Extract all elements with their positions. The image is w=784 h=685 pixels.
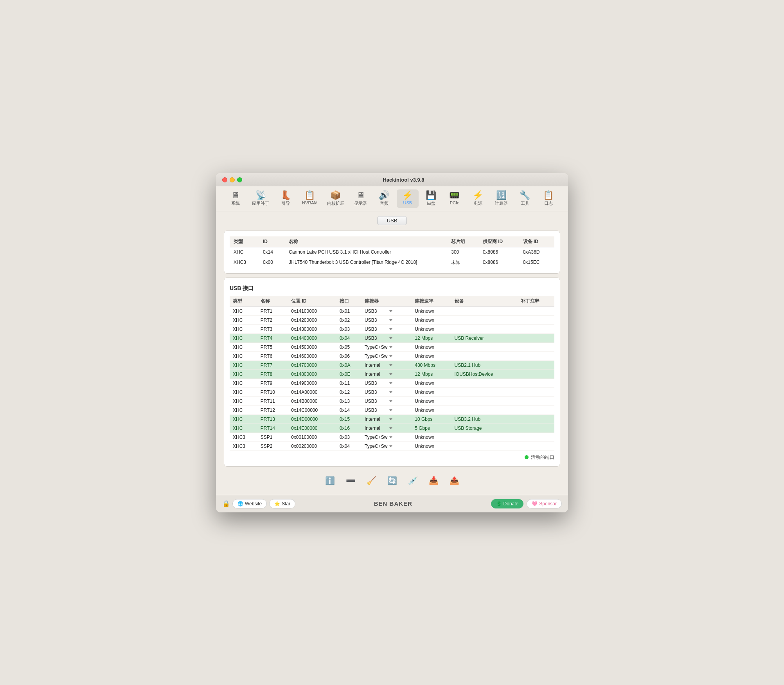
port-row[interactable]: XHC PRT11 0x14B00000 0x13 USB3 TypeC+Sw … xyxy=(230,397,554,406)
fullscreen-button[interactable] xyxy=(237,177,242,182)
donate-icon: 💲 xyxy=(496,501,502,507)
port-device: IOUSBHostDevice xyxy=(451,370,518,379)
toolbar-item-tools[interactable]: 🔧 工具 xyxy=(514,189,536,208)
port-row[interactable]: XHC PRT2 0x14200000 0x02 USB3 TypeC+Sw I… xyxy=(230,315,554,324)
connector-select[interactable]: USB3 TypeC+Sw Internal USB2 xyxy=(365,308,392,314)
port-type: XHC xyxy=(230,361,257,370)
ports-panel: USB 接口 类型 名称 位置 ID 接口 连接器 连接速率 设备 补丁注释 xyxy=(224,278,560,467)
toolbar-item-boot[interactable]: 👢 引导 xyxy=(275,189,297,208)
port-row[interactable]: XHC PRT13 0x14D00000 0x15 USB3 TypeC+Sw … xyxy=(230,415,554,424)
port-row[interactable]: XHC PRT5 0x14500000 0x05 USB3 TypeC+Sw I… xyxy=(230,342,554,352)
port-connector: USB3 TypeC+Sw Internal USB2 xyxy=(361,388,412,397)
port-location: 0x00100000 xyxy=(288,433,336,442)
pcie-icon: 📟 xyxy=(449,191,460,200)
port-connector: USB3 TypeC+Sw Internal USB2 xyxy=(361,342,412,352)
connector-select[interactable]: USB3 TypeC+Sw Internal USB2 xyxy=(365,344,392,350)
port-location: 0x14600000 xyxy=(288,352,336,361)
connector-select[interactable]: USB3 TypeC+Sw Internal USB2 xyxy=(365,416,392,422)
connector-select[interactable]: USB3 TypeC+Sw Internal USB2 xyxy=(365,443,392,449)
port-port: 0x04 xyxy=(336,442,361,451)
port-row[interactable]: XHC PRT7 0x14700000 0x0A USB3 TypeC+Sw I… xyxy=(230,361,554,370)
ports-table: 类型 名称 位置 ID 接口 连接器 连接速率 设备 补丁注释 XHC PRT1… xyxy=(230,296,554,451)
port-row[interactable]: XHC PRT1 0x14100000 0x01 USB3 TypeC+Sw I… xyxy=(230,306,554,315)
connector-select[interactable]: USB3 TypeC+Sw Internal USB2 xyxy=(365,371,392,377)
connector-select[interactable]: USB3 TypeC+Sw Internal USB2 xyxy=(365,389,392,395)
export-button[interactable]: 📤 xyxy=(448,474,461,487)
toolbar-item-pcie[interactable]: 📟 PCIe xyxy=(444,189,466,208)
toolbar-item-log[interactable]: 📋 日志 xyxy=(538,189,559,208)
minimize-button[interactable] xyxy=(230,177,235,182)
sponsor-button[interactable]: 🩷 Sponsor xyxy=(527,499,562,508)
port-speed: 12 Mbps xyxy=(412,333,451,342)
controller-row[interactable]: XHC 0x14 Cannon Lake PCH USB 3.1 xHCI Ho… xyxy=(230,247,554,257)
inject-button[interactable]: 💉 xyxy=(406,474,419,487)
ctrl-name: JHL7540 Thunderbolt 3 USB Controller [Ti… xyxy=(285,257,447,268)
port-location: 0x14300000 xyxy=(288,324,336,333)
connector-select[interactable]: USB3 TypeC+Sw Internal USB2 xyxy=(365,335,392,341)
connector-select[interactable]: USB3 TypeC+Sw Internal USB2 xyxy=(365,380,392,386)
tools-label: 工具 xyxy=(521,200,529,206)
port-row[interactable]: XHC PRT3 0x14300000 0x03 USB3 TypeC+Sw I… xyxy=(230,324,554,333)
import-button[interactable]: 📥 xyxy=(427,474,440,487)
nvram-icon: 📋 xyxy=(304,191,315,200)
info-button[interactable]: ℹ️ xyxy=(324,474,336,487)
port-name: PRT3 xyxy=(257,324,288,333)
port-row[interactable]: XHC3 SSP1 0x00100000 0x03 USB3 TypeC+Sw … xyxy=(230,433,554,442)
toolbar-item-nvram[interactable]: 📋 NVRAM xyxy=(298,189,322,208)
port-connector: USB3 TypeC+Sw Internal USB2 xyxy=(361,397,412,406)
toolbar-item-power[interactable]: ⚡ 电源 xyxy=(467,189,489,208)
port-note xyxy=(518,442,554,451)
controller-row[interactable]: XHC3 0x00 JHL7540 Thunderbolt 3 USB Cont… xyxy=(230,257,554,268)
port-row[interactable]: XHC PRT4 0x14400000 0x04 USB3 TypeC+Sw I… xyxy=(230,333,554,342)
boot-label: 引导 xyxy=(281,200,290,206)
toolbar-item-calc[interactable]: 🔢 计算器 xyxy=(491,189,512,208)
port-type: XHC xyxy=(230,424,257,433)
usb-icon: ⚡ xyxy=(402,191,413,200)
port-row[interactable]: XHC3 SSP2 0x00200000 0x04 USB3 TypeC+Sw … xyxy=(230,442,554,451)
ph-speed: 连接速率 xyxy=(412,296,451,307)
port-row[interactable]: XHC PRT14 0x14E00000 0x16 USB3 TypeC+Sw … xyxy=(230,424,554,433)
remove-button[interactable]: ➖ xyxy=(344,474,357,487)
port-port: 0x12 xyxy=(336,388,361,397)
patch-label: 应用补丁 xyxy=(252,200,269,206)
connector-select[interactable]: USB3 TypeC+Sw Internal USB2 xyxy=(365,326,392,332)
usb-tab-button[interactable]: USB xyxy=(377,216,407,225)
port-speed: Unknown xyxy=(412,388,451,397)
connector-select[interactable]: USB3 TypeC+Sw Internal USB2 xyxy=(365,353,392,359)
port-row[interactable]: XHC PRT9 0x14900000 0x11 USB3 TypeC+Sw I… xyxy=(230,379,554,388)
content-area: USB 类型 ID 名称 芯片组 供应商 ID 设备 ID XHC 0x14 xyxy=(216,211,568,495)
port-note xyxy=(518,315,554,324)
port-row[interactable]: XHC PRT10 0x14A00000 0x12 USB3 TypeC+Sw … xyxy=(230,388,554,397)
connector-select[interactable]: USB3 TypeC+Sw Internal USB2 xyxy=(365,407,392,413)
port-row[interactable]: XHC PRT8 0x14800000 0x0E USB3 TypeC+Sw I… xyxy=(230,370,554,379)
port-location: 0x14100000 xyxy=(288,306,336,315)
port-device xyxy=(451,352,518,361)
port-name: PRT4 xyxy=(257,333,288,342)
toolbar-item-patch[interactable]: 📡 应用补丁 xyxy=(248,189,273,208)
connector-select[interactable]: USB3 TypeC+Sw Internal USB2 xyxy=(365,434,392,440)
close-button[interactable] xyxy=(222,177,227,182)
port-note xyxy=(518,352,554,361)
toolbar-item-kext[interactable]: 📦 内核扩展 xyxy=(323,189,348,208)
pcie-label: PCIe xyxy=(450,200,459,205)
star-button[interactable]: ⭐ Star xyxy=(269,499,295,508)
toolbar-item-audio[interactable]: 🔊 音频 xyxy=(373,189,395,208)
clear-button[interactable]: 🧹 xyxy=(365,474,378,487)
connector-select[interactable]: USB3 TypeC+Sw Internal USB2 xyxy=(365,362,392,368)
toolbar-item-display[interactable]: 🖥 显示器 xyxy=(350,189,372,208)
website-button[interactable]: 🌐 Website xyxy=(232,499,267,508)
connector-select[interactable]: USB3 TypeC+Sw Internal USB2 xyxy=(365,398,392,404)
connector-select[interactable]: USB3 TypeC+Sw Internal USB2 xyxy=(365,317,392,323)
port-row[interactable]: XHC PRT6 0x14600000 0x06 USB3 TypeC+Sw I… xyxy=(230,352,554,361)
donate-label: Donate xyxy=(503,501,519,507)
ports-header-row: 类型 名称 位置 ID 接口 连接器 连接速率 设备 补丁注释 xyxy=(230,296,554,307)
toolbar-item-usb[interactable]: ⚡ USB xyxy=(397,189,419,208)
toolbar-item-disk[interactable]: 💾 磁盘 xyxy=(420,189,442,208)
port-row[interactable]: XHC PRT12 0x14C00000 0x14 USB3 TypeC+Sw … xyxy=(230,406,554,415)
port-connector: USB3 TypeC+Sw Internal USB2 xyxy=(361,424,412,433)
toolbar-item-system[interactable]: 🖥 系统 xyxy=(225,189,246,208)
display-label: 显示器 xyxy=(354,200,367,206)
connector-select[interactable]: USB3 TypeC+Sw Internal USB2 xyxy=(365,425,392,431)
donate-button[interactable]: 💲 Donate xyxy=(491,499,524,508)
refresh-button[interactable]: 🔄 xyxy=(386,474,399,487)
